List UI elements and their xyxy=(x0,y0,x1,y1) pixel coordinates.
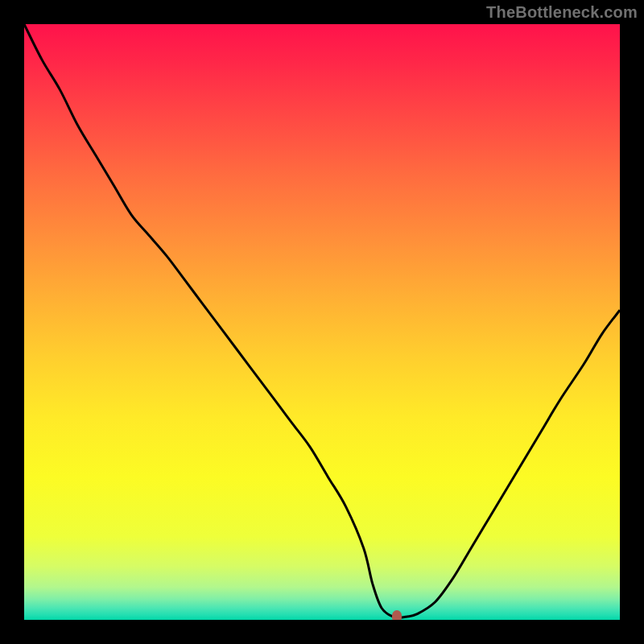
curve-path xyxy=(24,24,620,617)
watermark-text: TheBottleneck.com xyxy=(486,3,638,22)
bottleneck-curve xyxy=(24,24,620,620)
current-config-marker xyxy=(392,610,402,620)
plot-area xyxy=(24,24,620,620)
chart-root: TheBottleneck.com xyxy=(0,0,644,644)
